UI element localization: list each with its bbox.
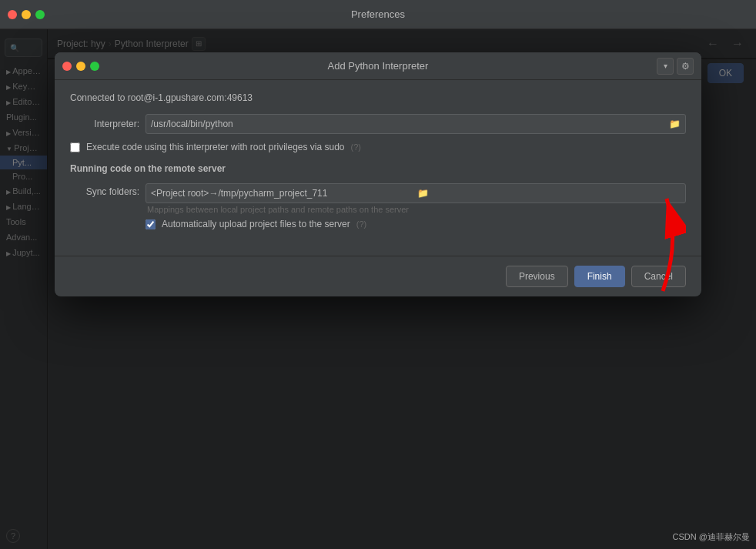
dropdown-button[interactable]: ▾ xyxy=(657,58,674,75)
auto-upload-checkbox[interactable] xyxy=(146,219,156,229)
cancel-button[interactable]: Cancel xyxy=(631,266,686,287)
auto-upload-label: Automatically upload project files to th… xyxy=(162,219,350,229)
dialog-gear-area: ▾ ⚙ xyxy=(657,58,694,75)
window-title: Preferences xyxy=(351,8,405,20)
root-privileges-checkbox[interactable] xyxy=(70,142,80,152)
close-button[interactable] xyxy=(8,10,17,19)
title-bar: Preferences xyxy=(0,0,756,29)
section-title: Running code on the remote server xyxy=(70,163,686,174)
dialog-minimize-button[interactable] xyxy=(76,62,85,71)
interpreter-label: Interpreter: xyxy=(70,119,139,129)
sync-label: Sync folders: xyxy=(70,183,139,197)
interpreter-input-wrap: 📁 xyxy=(146,114,686,134)
root-privileges-label: Execute code using this interpreter with… xyxy=(86,142,345,152)
interpreter-input[interactable] xyxy=(151,119,666,129)
previous-button[interactable]: Previous xyxy=(506,266,568,287)
dialog-footer: Previous Finish Cancel xyxy=(55,256,701,296)
maximize-button[interactable] xyxy=(35,10,45,19)
dialog-body: Connected to root@i-1.gpushare.com:49613… xyxy=(55,80,701,256)
dialog-overlay: Add Python Interpreter ▾ ⚙ Connected to … xyxy=(48,29,756,549)
root-privileges-help-icon[interactable]: (?) xyxy=(351,142,361,152)
sync-folder-icon[interactable]: 📁 xyxy=(417,188,681,199)
traffic-lights xyxy=(8,10,45,19)
sync-field[interactable]: <Project root>→/tmp/pycharm_project_711 … xyxy=(146,183,686,203)
sync-value: <Project root>→/tmp/pycharm_project_711 xyxy=(151,188,414,199)
connected-status: Connected to root@i-1.gpushare.com:49613 xyxy=(70,92,686,103)
finish-button[interactable]: Finish xyxy=(574,266,625,287)
dialog-traffic-lights xyxy=(62,62,99,71)
sync-folders-row: Sync folders: <Project root>→/tmp/pychar… xyxy=(70,183,686,214)
main-window: Preferences 🔍 Appea... Keym... Editor...… xyxy=(0,0,756,549)
content-area: 🔍 Appea... Keym... Editor... Plugin... V… xyxy=(0,29,756,549)
dialog-title: Add Python Interpreter xyxy=(328,60,429,72)
minimize-button[interactable] xyxy=(22,10,31,19)
sync-input-wrap: <Project root>→/tmp/pycharm_project_711 … xyxy=(146,183,686,214)
add-interpreter-dialog: Add Python Interpreter ▾ ⚙ Connected to … xyxy=(55,52,701,296)
interpreter-folder-icon[interactable]: 📁 xyxy=(669,119,681,129)
root-privileges-row: Execute code using this interpreter with… xyxy=(70,142,686,152)
gear-button[interactable]: ⚙ xyxy=(677,58,694,75)
auto-upload-help-icon[interactable]: (?) xyxy=(356,219,366,229)
auto-upload-row: Automatically upload project files to th… xyxy=(146,219,686,229)
dialog-title-bar: Add Python Interpreter ▾ ⚙ xyxy=(55,52,701,80)
sync-hint: Mappings between local project paths and… xyxy=(146,205,686,214)
watermark: CSDN @迪菲赫尔曼 xyxy=(673,531,750,543)
interpreter-row: Interpreter: 📁 xyxy=(70,114,686,134)
dialog-close-button[interactable] xyxy=(62,62,72,71)
main-panel: Project: hyy › Python Interpreter ⊞ ← → xyxy=(48,29,756,549)
dialog-maximize-button[interactable] xyxy=(90,62,99,71)
